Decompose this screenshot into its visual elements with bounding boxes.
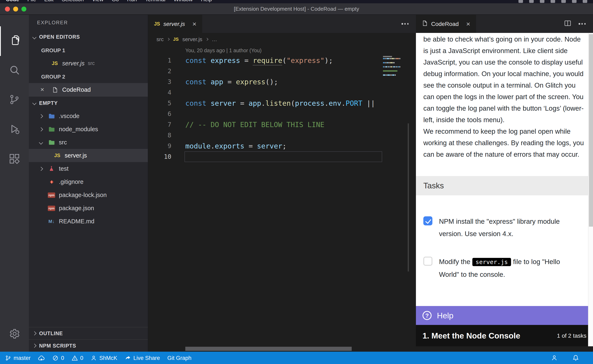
status-live-share[interactable]: Live Share bbox=[125, 355, 160, 361]
minimize-window-button[interactable] bbox=[13, 6, 18, 11]
titlebar[interactable]: [Extension Development Host] - CodeRoad … bbox=[0, 3, 593, 15]
task-text: Modify the server.js file to log "Hello … bbox=[439, 255, 581, 280]
tree-item-test[interactable]: test bbox=[29, 162, 148, 175]
breadcrumb-symbol[interactable]: … bbox=[212, 36, 217, 42]
menubar-status-icon[interactable] bbox=[561, 0, 566, 3]
code-editor[interactable]: You, 20 days ago | 1 author (You) 1const… bbox=[148, 45, 416, 352]
explorer-icon bbox=[9, 34, 21, 48]
close-window-button[interactable] bbox=[5, 6, 10, 11]
code-line-1[interactable]: 1const express = require("express"); bbox=[148, 55, 416, 66]
code-line-7[interactable]: 7// -- DO NOT EDIT BELOW THIS LINE bbox=[148, 119, 416, 130]
line-number: 7 bbox=[148, 119, 171, 130]
status-account[interactable] bbox=[551, 355, 558, 361]
close-editor-icon[interactable]: × bbox=[40, 86, 50, 93]
open-editor-coderoad[interactable]: ×CodeRoad bbox=[29, 83, 148, 96]
code-text: // -- DO NOT EDIT BELOW THIS LINE bbox=[185, 119, 325, 130]
code-line-5[interactable]: 5const server = app.listen(process.env.P… bbox=[148, 98, 416, 109]
menu-go[interactable]: Go bbox=[112, 0, 119, 3]
status-master[interactable]: master bbox=[5, 355, 31, 361]
menubar-status-icon[interactable] bbox=[583, 0, 587, 3]
code-line-6[interactable]: 6 bbox=[148, 109, 416, 119]
status-cloud-upload[interactable] bbox=[38, 354, 45, 361]
activity-item-run-debug[interactable] bbox=[0, 115, 29, 145]
code-line-2[interactable]: 2 bbox=[148, 66, 416, 77]
tree-item-package-json[interactable]: npmpackage.json bbox=[29, 202, 148, 215]
help-button[interactable]: ? Help bbox=[416, 306, 593, 325]
tree-item-vscode[interactable]: .vscode bbox=[29, 109, 148, 123]
chevron-right-icon[interactable] bbox=[40, 128, 47, 130]
menu-terminal[interactable]: Terminal bbox=[145, 0, 165, 3]
activity-item-search[interactable] bbox=[0, 56, 29, 85]
activity-item-extensions[interactable] bbox=[0, 145, 29, 174]
more-actions-icon[interactable] bbox=[579, 23, 586, 25]
outline-section-header[interactable]: OUTLINE bbox=[29, 327, 148, 339]
activity-item-source-control[interactable] bbox=[0, 85, 29, 115]
menu-view[interactable]: View bbox=[92, 0, 104, 3]
menu-window[interactable]: Window bbox=[173, 0, 193, 3]
codelens-annotation[interactable]: You, 20 days ago | 1 author (You) bbox=[148, 45, 416, 55]
tree-item-gitignore[interactable]: .gitignore bbox=[29, 175, 148, 188]
code-line-3[interactable]: 3const app = express(); bbox=[148, 77, 416, 87]
menubar-status-icons bbox=[519, 0, 587, 3]
chevron-down-icon[interactable] bbox=[40, 141, 47, 144]
chevron-right-icon[interactable] bbox=[40, 167, 47, 170]
breadcrumb-file[interactable]: server.js bbox=[182, 36, 202, 42]
open-editor-server-js[interactable]: ×JSserver.jssrc bbox=[29, 57, 148, 70]
question-icon: ? bbox=[422, 311, 432, 320]
menu-file[interactable]: File bbox=[27, 0, 36, 3]
tree-item-readme-md[interactable]: M↓README.md bbox=[29, 215, 148, 228]
menu-run[interactable]: Run bbox=[127, 0, 137, 3]
webview-scrollbar-thumb[interactable] bbox=[589, 34, 593, 227]
open-editors-section-header[interactable]: OPEN EDITORS bbox=[29, 30, 148, 44]
code-line-4[interactable]: 4 bbox=[148, 87, 416, 98]
activity-item-settings[interactable] bbox=[0, 319, 29, 349]
split-editor-icon[interactable] bbox=[564, 20, 571, 28]
menubar-status-icon[interactable] bbox=[519, 0, 523, 3]
tree-item-package-lock-json[interactable]: npmpackage-lock.json bbox=[29, 188, 148, 202]
menu-help[interactable]: Help bbox=[201, 0, 212, 3]
checkbox-checked[interactable] bbox=[423, 216, 432, 225]
menu-edit[interactable]: Edit bbox=[44, 0, 53, 3]
menu-selection[interactable]: Selection bbox=[62, 0, 84, 3]
code-lines: 1const express = require("express");23co… bbox=[148, 55, 416, 162]
status-git-graph[interactable]: Git Graph bbox=[167, 355, 192, 361]
status-0[interactable]: 0 bbox=[53, 355, 64, 361]
menubar-status-icon[interactable] bbox=[529, 0, 534, 3]
editor-scrollbar-thumb[interactable] bbox=[408, 124, 409, 272]
npm-icon: npm bbox=[47, 192, 56, 198]
folder-section-header[interactable]: EMPTY bbox=[29, 96, 148, 109]
code-line-8[interactable]: 8 bbox=[148, 130, 416, 141]
tree-item-src[interactable]: src bbox=[29, 136, 148, 149]
lesson-footer[interactable]: 1. Meet the Node Console 1 of 2 tasks bbox=[416, 325, 593, 346]
zoom-window-button[interactable] bbox=[21, 6, 26, 11]
tab-coderoad[interactable]: CodeRoad × bbox=[416, 15, 476, 33]
checkbox-unchecked[interactable] bbox=[423, 257, 432, 266]
menubar-items: CodeFileEditSelectionViewGoRunTerminalWi… bbox=[6, 0, 212, 3]
menubar-status-icon[interactable] bbox=[572, 0, 577, 3]
menubar-status-icon[interactable] bbox=[540, 0, 544, 3]
chevron-right-icon[interactable] bbox=[40, 115, 47, 117]
close-tab-icon[interactable]: × bbox=[192, 20, 196, 27]
webview-scrollbar[interactable] bbox=[588, 33, 593, 346]
code-line-9[interactable]: 9module.exports = server; bbox=[148, 141, 416, 151]
task-text: NPM install the "express" library module… bbox=[439, 215, 581, 240]
minimap[interactable] bbox=[383, 56, 400, 78]
editor-horizontal-scrollbar[interactable] bbox=[185, 347, 352, 351]
tree-item-node-modules[interactable]: node_modules bbox=[29, 123, 148, 136]
editor-tabbar: JS server.js × bbox=[148, 15, 416, 33]
tree-item-server-js[interactable]: JSserver.js bbox=[29, 149, 148, 162]
menu-code[interactable]: Code bbox=[6, 0, 19, 3]
editor-scrollbar-area[interactable] bbox=[401, 45, 416, 352]
breadcrumb-folder[interactable]: src bbox=[156, 36, 164, 42]
more-actions-icon[interactable] bbox=[402, 23, 408, 25]
npm-scripts-section-header[interactable]: NPM SCRIPTS bbox=[29, 339, 148, 352]
close-tab-icon[interactable]: × bbox=[466, 20, 470, 27]
tab-server-js[interactable]: JS server.js × bbox=[148, 15, 203, 33]
code-line-10[interactable]: 10 bbox=[148, 151, 416, 162]
activity-item-explorer[interactable] bbox=[0, 26, 29, 56]
status-bell[interactable] bbox=[573, 355, 579, 361]
status-shmck[interactable]: ShMcK bbox=[91, 355, 117, 361]
menubar-status-icon[interactable] bbox=[551, 0, 555, 3]
status-0[interactable]: 0 bbox=[72, 355, 83, 361]
folder-node-icon bbox=[47, 126, 56, 133]
